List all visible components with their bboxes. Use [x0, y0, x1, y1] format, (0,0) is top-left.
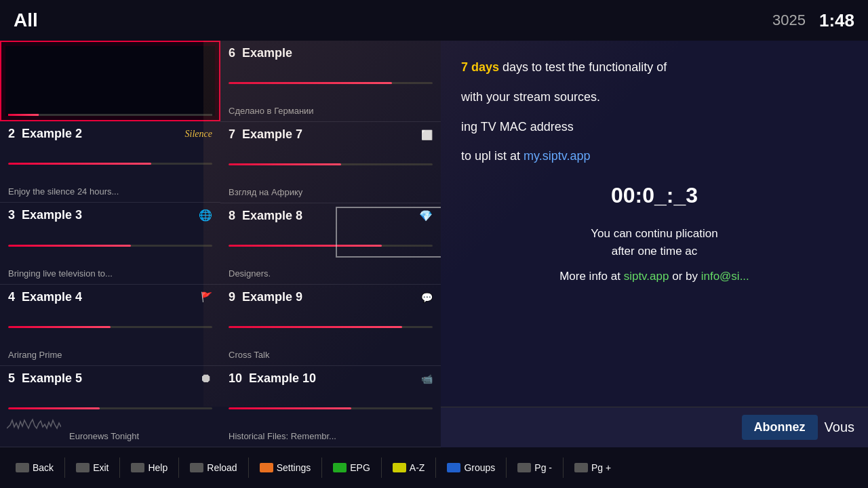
ch4-title: 4 Example 4: [8, 290, 82, 304]
channel-count: 3025: [772, 12, 806, 29]
ch5-waveform: [7, 415, 61, 432]
current-time: 1:48: [819, 10, 854, 31]
az-label: A-Z: [410, 462, 425, 473]
settings-label: Settings: [277, 462, 311, 473]
footer-settings[interactable]: Settings: [254, 462, 317, 473]
channel-item-10[interactable]: 10 Example 10 📹 Historical Files: Rememb…: [220, 366, 441, 447]
footer-sep-1: [64, 458, 65, 478]
footer-reload[interactable]: Reload: [184, 462, 242, 473]
settings-key-icon: [260, 463, 273, 472]
ch10-title: 10 Example 10: [229, 371, 316, 386]
footer-pg-plus[interactable]: Pg +: [569, 462, 616, 473]
channel-item-6[interactable]: 6 Example Сделано в Германии: [220, 41, 441, 122]
help-key-icon: [131, 463, 144, 472]
footer-help[interactable]: Help: [125, 462, 173, 473]
info-siptv-app-link[interactable]: siptv.app: [624, 270, 669, 283]
info-line-4: to upl ist at my.siptv.app: [461, 146, 848, 166]
ch2-badge: Silence: [185, 129, 212, 140]
epg-label: EPG: [350, 462, 370, 473]
channel-item-2[interactable]: 2 Example 2 Silence Enjoy the silence 24…: [0, 121, 220, 203]
channel-item-1[interactable]: [0, 41, 220, 121]
subscription-bar: Abonnez Vous: [441, 407, 868, 447]
reload-label: Reload: [207, 462, 237, 473]
ch7-progress-fill: [229, 163, 341, 165]
channel-item-4[interactable]: 4 Example 4 🚩 Arirang Prime: [0, 285, 220, 366]
exit-label: Exit: [93, 462, 108, 473]
ch9-header: 9 Example 9 💬: [229, 290, 433, 304]
channel-item-7[interactable]: 7 Example 7 ⬜ Взгляд на Африку: [220, 122, 441, 203]
ch6-title: 6 Example: [229, 46, 292, 60]
channel-item-3[interactable]: 3 Example 3 🌐 Bringing live television t…: [0, 203, 220, 284]
channel-1-progress: [8, 114, 212, 116]
info-line1-text: days to test the functionality of: [502, 60, 667, 74]
info-line-2: with your stream sources.: [461, 87, 848, 107]
ch7-subtitle: Взгляд на Африку: [229, 187, 433, 197]
ch10-progress-fill: [229, 407, 351, 409]
ch3-header: 3 Example 3 🌐: [8, 208, 212, 222]
footer-sep-2: [119, 458, 120, 478]
filter-label: All: [14, 9, 38, 31]
pg-minus-label: Pg -: [534, 462, 552, 473]
ch6-subtitle: Сделано в Германии: [229, 106, 433, 116]
pg-plus-key-icon: [574, 463, 588, 472]
channel-item-5[interactable]: 5 Example 5 ⏺ Euronews Tonight: [0, 366, 220, 447]
channel-item-9[interactable]: 9 Example 9 💬 Cross Talk: [220, 285, 441, 366]
channel-column-left: 2 Example 2 Silence Enjoy the silence 24…: [0, 41, 220, 447]
ch10-header: 10 Example 10 📹: [229, 371, 433, 386]
ch7-progress: [229, 163, 433, 165]
footer-az[interactable]: A-Z: [387, 462, 431, 473]
epg-key-icon: [333, 463, 347, 472]
ch4-progress-fill: [8, 326, 111, 328]
back-key-icon: [16, 463, 29, 472]
ch9-subtitle: Cross Talk: [229, 350, 433, 360]
ch6-header: 6 Example: [229, 46, 433, 60]
ch10-subtitle: Historical Files: Remembr...: [229, 431, 433, 441]
footer-groups[interactable]: Groups: [441, 462, 500, 473]
info-more: More info at siptv.app or by info@si...: [461, 270, 848, 283]
ch7-header: 7 Example 7 ⬜: [229, 127, 433, 142]
ch8-title: 8 Example 8: [229, 209, 302, 223]
info-continue-1b: plication: [675, 227, 717, 240]
ch3-title: 3 Example 3: [8, 208, 82, 222]
info-continue: You can continu plication after one time…: [461, 225, 848, 260]
footer-epg[interactable]: EPG: [328, 462, 376, 473]
footer-pg-minus[interactable]: Pg -: [512, 462, 557, 473]
footer-sep-3: [178, 458, 179, 478]
info-email-link[interactable]: info@si...: [701, 270, 749, 283]
info-days-highlight: 7 days: [461, 60, 499, 74]
ch6-progress-fill: [229, 82, 392, 84]
ch2-subtitle: Enjoy the silence 24 hours...: [8, 186, 212, 197]
ch2-title: 2 Example 2: [8, 127, 82, 141]
ch8-progress-fill: [229, 245, 382, 247]
ch8-header: 8 Example 8 💎: [229, 209, 433, 223]
ch4-subtitle: Arirang Prime: [8, 350, 212, 360]
info-siptv-link[interactable]: my.siptv.app: [524, 149, 590, 163]
channel-item-8[interactable]: 8 Example 8 💎 Designers.: [220, 203, 441, 285]
footer-back[interactable]: Back: [10, 462, 59, 473]
info-continue-1a: You can continu: [591, 227, 672, 240]
info-line-3: ing TV MAC address: [461, 117, 848, 137]
help-label: Help: [148, 462, 167, 473]
info-line4b: ist at: [494, 149, 524, 163]
info-more-text: More info at: [559, 270, 624, 283]
ch3-progress: [8, 245, 212, 247]
ch2-header: 2 Example 2 Silence: [8, 127, 212, 141]
ch5-badge: ⏺: [200, 371, 212, 386]
info-line4a: to upl: [461, 149, 491, 163]
reload-key-icon: [190, 463, 203, 472]
groups-label: Groups: [464, 462, 495, 473]
footer-sep-4: [248, 458, 249, 478]
info-timer: 00:0_:_3: [461, 183, 848, 208]
groups-key-icon: [447, 463, 460, 472]
ch5-subtitle: Euronews Tonight: [8, 431, 212, 441]
footer-sep-8: [506, 458, 507, 478]
pg-plus-label: Pg +: [591, 462, 611, 473]
ch4-badge: 🚩: [201, 291, 212, 302]
abonnez-button[interactable]: Abonnez: [742, 415, 818, 440]
ch3-subtitle: Bringing live television to...: [8, 268, 212, 279]
info-continue-2: after one time ac: [612, 245, 698, 258]
channel-list-area: 2 Example 2 Silence Enjoy the silence 24…: [0, 41, 441, 447]
channel-1-progress-fill: [8, 114, 39, 116]
footer-exit[interactable]: Exit: [71, 462, 114, 473]
ch3-badge: 🌐: [199, 209, 212, 222]
